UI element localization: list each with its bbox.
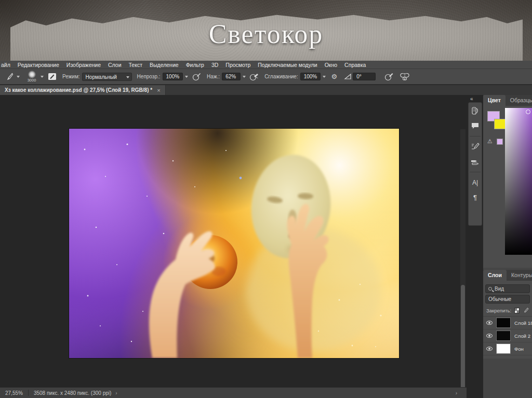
status-chevron-icon[interactable]: ›	[115, 390, 117, 396]
vertical-scrollbar[interactable]	[460, 129, 466, 398]
menu-item[interactable]: Изображение	[63, 62, 104, 68]
color-panel-tabs: Цвет Образцы	[483, 95, 532, 106]
menu-item[interactable]: айл	[0, 62, 14, 68]
vertical-scrollbar-thumb[interactable]	[461, 285, 465, 398]
lock-paint-icon[interactable]	[523, 307, 529, 313]
document-tab-title: Хз какое коллажирование.psd @ 27,5% (Сло…	[5, 87, 152, 93]
opacity-chevron-icon[interactable]	[185, 76, 188, 78]
brush-picker-chevron-icon[interactable]	[41, 76, 44, 78]
layer-row[interactable]: Фон	[483, 342, 532, 355]
layer-visibility-eye-icon[interactable]	[486, 347, 493, 351]
document-tab[interactable]: Хз какое коллажирование.psd @ 27,5% (Сло…	[0, 85, 166, 95]
menu-item[interactable]: Подключаемые модули	[254, 62, 321, 68]
toggle-brush-panel-icon[interactable]	[47, 72, 57, 82]
layer-visibility-eye-icon[interactable]	[486, 334, 493, 338]
tool-options-bar: 3000 Режим: Нормальный Непрозр.: 100% На…	[0, 68, 532, 85]
layer-row[interactable]: Слой 2	[483, 330, 532, 342]
strip-divider	[470, 172, 481, 172]
mode-chevron-icon	[126, 76, 129, 78]
menu-bar: айлРедактированиеИзображениеСлоиТекстВыд…	[0, 61, 532, 68]
layers-panel-body: Вид Обычные Закрепить: Слой 18Слой 2Фон	[483, 281, 532, 359]
status-end-chevron-icon[interactable]: ›	[456, 390, 457, 396]
menu-item[interactable]: Слои	[104, 62, 125, 68]
smoothing-label: Сглаживание:	[264, 74, 298, 79]
collapsed-panel-strip: A| ¶	[468, 102, 482, 226]
color-picker-cursor[interactable]	[526, 109, 530, 114]
status-divider	[28, 390, 29, 396]
tab-swatches[interactable]: Образцы	[506, 95, 532, 106]
brushes-icon[interactable]	[470, 157, 480, 167]
layer-visibility-eye-icon[interactable]	[486, 321, 493, 325]
menu-item[interactable]: Справка	[341, 62, 369, 68]
layer-thumbnail[interactable]	[496, 318, 511, 328]
menu-item[interactable]: Фильтр	[182, 62, 208, 68]
status-bar: 27,55% 3508 пикс. x 2480 пикс. (300 ppi)…	[0, 387, 467, 398]
layer-name: Слой 18	[514, 320, 532, 326]
mode-label: Режим:	[62, 74, 80, 79]
airbrush-icon[interactable]	[249, 72, 259, 82]
lock-row: Закрепить:	[483, 306, 532, 317]
lock-label: Закрепить:	[486, 308, 511, 313]
color-panel-body: ⚠	[483, 106, 532, 268]
layer-thumbnail[interactable]	[496, 331, 511, 341]
photoshop-window: айлРедактированиеИзображениеСлоиТекстВыд…	[0, 61, 532, 398]
tab-layers[interactable]: Слои	[483, 270, 507, 281]
menu-item[interactable]: Текст	[125, 62, 146, 68]
comments-icon[interactable]	[470, 121, 480, 131]
angle-field[interactable]: 0°	[353, 73, 376, 80]
smoothing-field[interactable]: 100%	[300, 73, 321, 80]
angle-icon	[342, 72, 353, 82]
brush-preset-chevron-icon[interactable]	[17, 76, 20, 78]
menu-item[interactable]: Редактирование	[14, 62, 63, 68]
brush-size-label: 3000	[28, 78, 36, 83]
lock-transparency-icon[interactable]	[514, 308, 520, 313]
mode-dropdown[interactable]: Нормальный	[82, 73, 132, 81]
strip-divider	[470, 136, 481, 136]
slide-title: Светокор	[0, 19, 532, 49]
opacity-label: Непрозр.:	[137, 74, 161, 79]
menu-item[interactable]: 3D	[208, 62, 222, 68]
smoothing-gear-icon[interactable]: ⚙	[329, 72, 339, 82]
symmetry-butterfly-icon[interactable]	[400, 72, 410, 82]
layer-thumbnail[interactable]	[496, 344, 511, 354]
history-icon[interactable]	[470, 106, 480, 116]
brush-preview[interactable]: 3000	[25, 71, 38, 83]
menu-item[interactable]: Окно	[321, 62, 341, 68]
menu-item[interactable]: Просмотр	[222, 62, 254, 68]
menu-item[interactable]: Выделение	[146, 62, 182, 68]
tab-color[interactable]: Цвет	[483, 95, 506, 106]
paragraph-panel-icon[interactable]: ¶	[470, 193, 480, 202]
brush-tool-icon[interactable]	[4, 72, 15, 82]
document-tab-bar: Хз какое коллажирование.psd @ 27,5% (Сло…	[0, 85, 532, 95]
tablet-pressure-icon[interactable]	[384, 72, 394, 82]
layer-name: Фон	[514, 346, 524, 352]
gamut-safe-swatch[interactable]	[497, 139, 503, 145]
character-panel-icon[interactable]: A|	[470, 177, 480, 187]
zoom-level[interactable]: 27,55%	[0, 390, 28, 396]
layer-kind-dropdown[interactable]: Обычные	[485, 295, 530, 304]
layer-search-field[interactable]: Вид	[485, 284, 530, 293]
layer-kind-value: Обычные	[488, 296, 511, 302]
smoothing-chevron-icon[interactable]	[323, 76, 326, 78]
opacity-pressure-icon[interactable]	[191, 72, 202, 82]
canvas-image[interactable]	[69, 129, 399, 358]
brush-settings-icon[interactable]	[470, 142, 480, 152]
close-icon[interactable]: ×	[157, 87, 160, 93]
gamut-warning-icon[interactable]: ⚠	[487, 138, 493, 145]
layer-row[interactable]: Слой 18	[483, 317, 532, 330]
flow-label: Наж.:	[207, 74, 220, 79]
search-icon	[488, 287, 492, 291]
soft-brush-icon	[28, 71, 36, 78]
opacity-field[interactable]: 100%	[163, 73, 183, 80]
collapse-panels-icon[interactable]: «	[470, 96, 473, 102]
layer-name: Слой 2	[514, 333, 530, 339]
flow-chevron-icon[interactable]	[243, 76, 246, 78]
tab-paths[interactable]: Контуры	[507, 270, 532, 281]
color-picker-gradient[interactable]	[505, 108, 532, 255]
flow-field[interactable]: 62%	[222, 73, 241, 80]
canvas-area	[0, 95, 467, 384]
document-info: 3508 пикс. x 2480 пикс. (300 ppi)	[34, 390, 111, 396]
layer-search-value: Вид	[495, 286, 504, 292]
panel-column: Цвет Образцы ⚠ Слои Контуры Вид Обычные	[483, 95, 532, 398]
layers-panel-tabs: Слои Контуры	[483, 270, 532, 281]
